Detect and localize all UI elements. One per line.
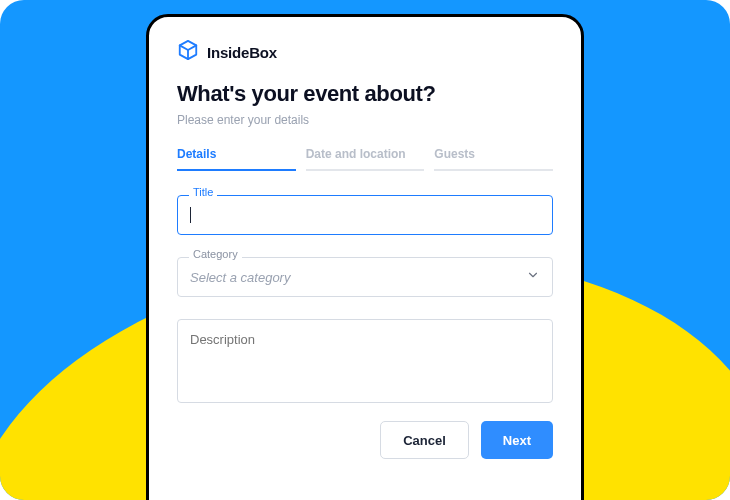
- tab-date-location[interactable]: Date and location: [306, 147, 425, 171]
- category-select[interactable]: Select a category: [177, 257, 553, 297]
- title-input[interactable]: [177, 195, 553, 235]
- category-label: Category: [189, 249, 242, 260]
- tab-details[interactable]: Details: [177, 147, 296, 171]
- title-label: Title: [189, 187, 217, 198]
- brand-name: InsideBox: [207, 44, 277, 61]
- device-frame: InsideBox What's your event about? Pleas…: [146, 14, 584, 500]
- brand-logo-icon: [177, 39, 199, 65]
- page-title: What's your event about?: [177, 81, 553, 107]
- field-title: Title: [177, 195, 553, 235]
- chevron-down-icon: [526, 268, 540, 286]
- page-subtitle: Please enter your details: [177, 113, 553, 127]
- category-placeholder: Select a category: [190, 270, 290, 285]
- field-description: [177, 319, 553, 407]
- tab-guests[interactable]: Guests: [434, 147, 553, 171]
- description-textarea[interactable]: [177, 319, 553, 403]
- viewport: InsideBox What's your event about? Pleas…: [0, 0, 730, 500]
- wizard-tabs: Details Date and location Guests: [177, 147, 553, 171]
- cancel-button[interactable]: Cancel: [380, 421, 469, 459]
- brand: InsideBox: [177, 39, 553, 65]
- form-actions: Cancel Next: [177, 421, 553, 459]
- next-button[interactable]: Next: [481, 421, 553, 459]
- text-cursor: [190, 207, 191, 223]
- field-category: Category Select a category: [177, 257, 553, 297]
